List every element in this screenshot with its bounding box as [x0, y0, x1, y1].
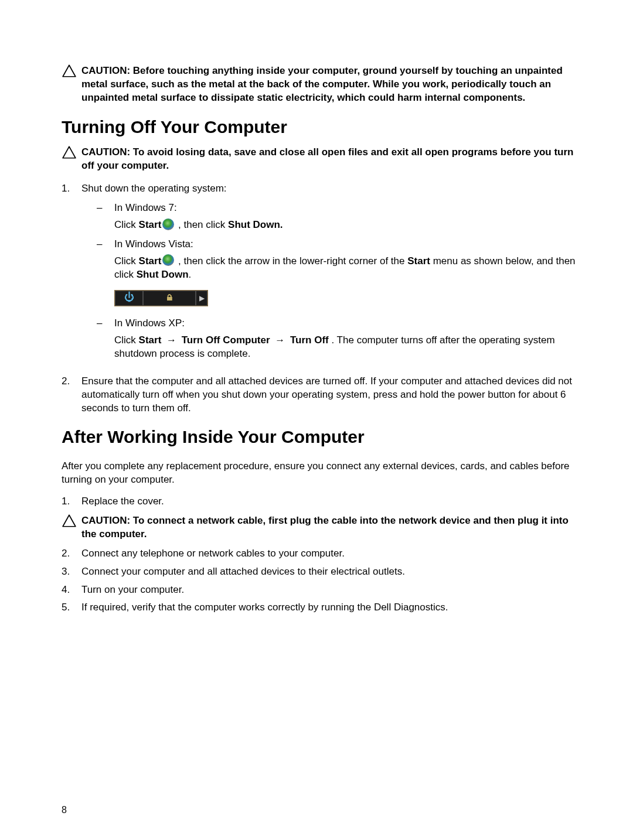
dash: – [97, 317, 114, 330]
caution-icon [62, 513, 77, 532]
windows-start-orb-icon [162, 254, 174, 266]
list-text: Shut down the operating system: [81, 183, 227, 194]
caution-text: CAUTION: To avoid losing data, save and … [81, 146, 586, 173]
list-text: Turn on your computer. [81, 583, 586, 597]
ordered-list-after: 1. Replace the cover. CAUTION: To connec… [62, 495, 586, 615]
dash: – [97, 238, 114, 251]
vista-instruction: Click Start , then click the arrow in th… [114, 255, 586, 282]
list-number: 4. [62, 583, 81, 597]
list-item: 3. Connect your computer and all attache… [62, 565, 586, 579]
sublist-heading: In Windows 7: [114, 202, 586, 215]
sublist-item-vista: – In Windows Vista: [97, 238, 586, 251]
menu-arrow-icon: ▶ [196, 291, 207, 306]
list-number: 1. [62, 495, 81, 508]
xp-instruction: Click Start → Turn Off Computer → Turn O… [114, 334, 586, 361]
list-number: 2. [62, 375, 81, 415]
caution-label: CAUTION: [81, 515, 130, 526]
caution-label: CAUTION: [81, 65, 130, 76]
list-number: 1. [62, 182, 81, 366]
vista-shutdown-bar-image: ⏻ 🔒︎ ▶ [114, 290, 208, 306]
ordered-list-shutdown: 1. Shut down the operating system: – In … [62, 182, 586, 415]
caution-body: To connect a network cable, first plug t… [81, 515, 569, 539]
list-text: Ensure that the computer and all attache… [81, 375, 586, 415]
caution-save-data: CAUTION: To avoid losing data, save and … [62, 146, 586, 173]
list-item: 2. Ensure that the computer and all atta… [62, 375, 586, 415]
caution-icon [62, 63, 77, 83]
win7-instruction: Click Start , then click Shut Down. [114, 218, 586, 232]
list-text: Replace the cover. [81, 495, 586, 508]
list-text: Connect any telephone or network cables … [81, 547, 586, 561]
list-item: 5. If required, verify that the computer… [62, 601, 586, 614]
intro-paragraph: After you complete any replacement proce… [62, 460, 586, 487]
list-number: 2. [62, 547, 81, 561]
caution-text: CAUTION: Before touching anything inside… [81, 64, 586, 105]
caution-body: To avoid losing data, save and close all… [81, 146, 573, 171]
heading-turning-off: Turning Off Your Computer [62, 115, 586, 139]
caution-icon [62, 145, 77, 164]
caution-network-cable: CAUTION: To connect a network cable, fir… [62, 514, 586, 541]
list-item: 2. Connect any telephone or network cabl… [62, 547, 586, 561]
power-icon: ⏻ [115, 291, 143, 306]
windows-start-orb-icon [162, 218, 174, 230]
caution-static-electricity: CAUTION: Before touching anything inside… [62, 64, 586, 105]
dash: – [97, 202, 114, 215]
list-item: 1. Replace the cover. [62, 495, 586, 508]
list-number: 5. [62, 601, 81, 614]
caution-label: CAUTION: [81, 146, 130, 158]
list-item: 1. Shut down the operating system: – In … [62, 182, 586, 366]
list-text: Connect your computer and all attached d… [81, 565, 586, 579]
page-number: 8 [62, 804, 67, 817]
lock-icon: 🔒︎ [143, 291, 196, 306]
caution-text: CAUTION: To connect a network cable, fir… [81, 514, 586, 541]
sublist-heading: In Windows XP: [114, 317, 586, 330]
list-item: 4. Turn on your computer. [62, 583, 586, 597]
heading-after-working: After Working Inside Your Computer [62, 425, 586, 449]
sublist-item-win7: – In Windows 7: [97, 202, 586, 215]
list-text: If required, verify that the computer wo… [81, 601, 586, 614]
caution-body: Before touching anything inside your com… [81, 65, 563, 103]
sublist-item-xp: – In Windows XP: [97, 317, 586, 330]
sublist-heading: In Windows Vista: [114, 238, 586, 251]
list-number: 3. [62, 565, 81, 579]
